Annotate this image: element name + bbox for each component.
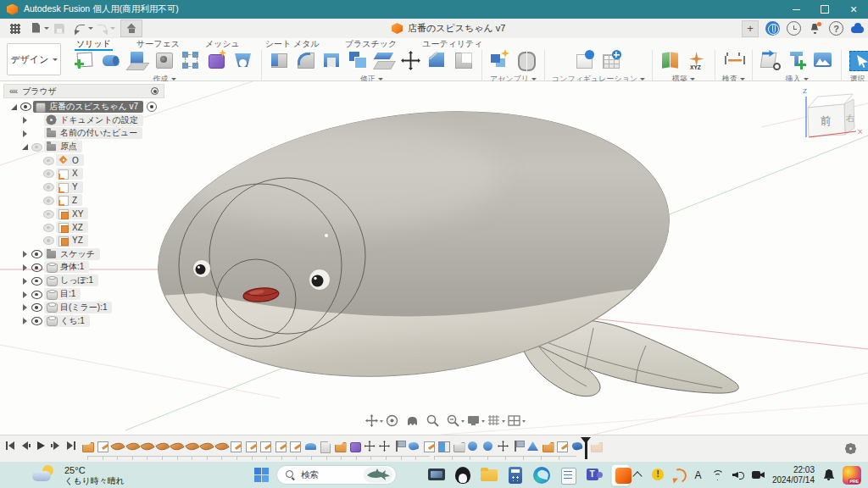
ribbon-tool-icon[interactable]: [75, 49, 97, 72]
play-icon[interactable]: [36, 441, 46, 451]
timeline-feature-icon[interactable]: [542, 440, 554, 452]
timeline-settings-gear-icon[interactable]: [844, 442, 856, 454]
close-button[interactable]: [839, 0, 868, 19]
undo-icon[interactable]: [75, 22, 88, 36]
redo-icon[interactable]: [97, 22, 110, 36]
taskbar-app-icon[interactable]: [480, 466, 498, 485]
taskbar-app-icon[interactable]: [532, 466, 551, 485]
orbit-icon[interactable]: [385, 413, 399, 428]
timeline-feature-icon[interactable]: [498, 440, 509, 452]
visibility-eye-icon[interactable]: [42, 156, 56, 165]
timeline-feature-icon[interactable]: [335, 440, 346, 452]
new-tab-button[interactable]: +: [742, 20, 759, 37]
ribbon-tool-icon[interactable]: [686, 49, 708, 72]
timeline-feature-icon[interactable]: [186, 440, 198, 452]
timeline-feature-icon[interactable]: [394, 440, 405, 452]
maximize-button[interactable]: [810, 0, 839, 19]
ribbon-tool-icon[interactable]: [153, 49, 175, 72]
ribbon-tool-icon[interactable]: [601, 49, 623, 72]
timeline-feature-icon[interactable]: [201, 440, 212, 452]
timeline-playhead[interactable]: [580, 437, 592, 459]
timeline-feature-icon[interactable]: [171, 440, 182, 452]
pre-app-icon[interactable]: [843, 466, 861, 485]
browser-tree-item[interactable]: 名前の付いたビュー: [3, 127, 164, 141]
ribbon-tool-icon[interactable]: [849, 49, 868, 72]
app-grid-icon[interactable]: [8, 22, 22, 36]
browser-tree-item[interactable]: Y: [3, 180, 164, 194]
visibility-eye-icon[interactable]: [42, 209, 56, 219]
fit-icon[interactable]: [446, 413, 460, 428]
collapse-panel-icon[interactable]: ««: [9, 86, 17, 96]
visibility-eye-icon[interactable]: [19, 102, 33, 111]
viewports-icon[interactable]: [507, 413, 521, 428]
display-settings-icon[interactable]: [466, 413, 481, 428]
browser-tree-item[interactable]: 目:1: [3, 287, 164, 301]
ribbon-tool-icon[interactable]: [400, 49, 422, 72]
expand-toggle-icon[interactable]: [19, 115, 31, 125]
visibility-eye-icon[interactable]: [42, 223, 56, 232]
ribbon-tool-icon[interactable]: [180, 49, 202, 72]
save-icon[interactable]: [53, 22, 66, 36]
look-at-icon[interactable]: [405, 413, 420, 428]
expand-toggle-icon[interactable]: [19, 128, 31, 138]
timeline-feature-icon[interactable]: [142, 440, 153, 452]
visibility-eye-icon[interactable]: [31, 142, 44, 152]
expand-toggle-icon[interactable]: [19, 316, 31, 326]
timeline-feature-icon[interactable]: [424, 440, 435, 452]
ribbon-tool-icon[interactable]: [374, 49, 396, 72]
browser-tree-item[interactable]: くち:1: [3, 314, 164, 328]
profile-cloud-icon[interactable]: [850, 21, 865, 36]
visibility-eye-icon[interactable]: [31, 290, 44, 299]
go-to-start-icon[interactable]: [5, 441, 15, 451]
activate-component-radio[interactable]: [147, 102, 157, 112]
timeline-feature-icon[interactable]: [409, 440, 420, 452]
pan-icon[interactable]: [364, 413, 379, 428]
timeline-feature-icon[interactable]: [112, 440, 123, 452]
browser-tree-item[interactable]: O: [3, 153, 164, 167]
browser-tree-item[interactable]: 原点: [3, 140, 164, 153]
visibility-eye-icon[interactable]: [31, 249, 44, 258]
timeline-feature-icon[interactable]: [349, 440, 360, 452]
timeline-feature-icon[interactable]: [275, 440, 287, 452]
tray-expand-icon[interactable]: [632, 469, 644, 481]
ribbon-tool-icon[interactable]: [101, 49, 123, 72]
visibility-eye-icon[interactable]: [31, 263, 44, 272]
ribbon-tool-icon[interactable]: [453, 49, 475, 72]
ribbon-tool-icon[interactable]: [295, 49, 317, 72]
visibility-eye-icon[interactable]: [31, 302, 44, 312]
browser-tree-item[interactable]: 身体:1: [3, 261, 164, 274]
browser-tree-item[interactable]: XY: [3, 207, 164, 220]
visibility-eye-icon[interactable]: [31, 276, 44, 286]
timeline-feature-icon[interactable]: [483, 440, 494, 452]
timeline-feature-icon[interactable]: [379, 440, 390, 452]
camera-icon[interactable]: [752, 469, 765, 481]
expand-toggle-icon[interactable]: [19, 302, 31, 313]
visibility-eye-icon[interactable]: [42, 169, 56, 178]
viewport-canvas[interactable]: 前 右 Z X «« ブラウザ 店番のスピスちゃん v7: [0, 81, 868, 435]
ribbon-tool-icon[interactable]: [659, 49, 682, 72]
ribbon-tool-icon[interactable]: [206, 49, 228, 72]
ribbon-tool-icon[interactable]: [575, 49, 597, 72]
file-menu-icon[interactable]: [31, 22, 44, 36]
timeline-feature-icon[interactable]: [453, 440, 465, 452]
zoom-icon[interactable]: [426, 413, 440, 428]
ribbon-tool-icon[interactable]: [232, 49, 254, 72]
browser-tree-item[interactable]: しっぽ:1: [3, 274, 164, 287]
sync-icon[interactable]: [672, 469, 685, 481]
visibility-eye-icon[interactable]: [42, 196, 56, 205]
browser-header[interactable]: «« ブラウザ: [3, 84, 164, 98]
ribbon-tool-icon[interactable]: [426, 49, 448, 72]
expand-toggle-icon[interactable]: [19, 262, 31, 272]
browser-tree-item[interactable]: 店番のスピスちゃん v7: [3, 100, 164, 114]
go-to-end-icon[interactable]: [66, 441, 76, 451]
timeline-feature-icon[interactable]: [157, 440, 168, 452]
weather-widget[interactable]: 25°C くもり時々晴れ: [31, 463, 125, 488]
timeline-feature-icon[interactable]: [260, 440, 271, 452]
ribbon-tool-icon[interactable]: [812, 49, 834, 72]
step-forward-icon[interactable]: [51, 441, 61, 451]
job-status-icon[interactable]: [787, 21, 801, 36]
taskbar-app-icon[interactable]: [453, 466, 472, 485]
timeline-feature-icon[interactable]: [97, 440, 108, 452]
minimize-button[interactable]: [782, 0, 810, 19]
volume-icon[interactable]: [732, 469, 744, 481]
